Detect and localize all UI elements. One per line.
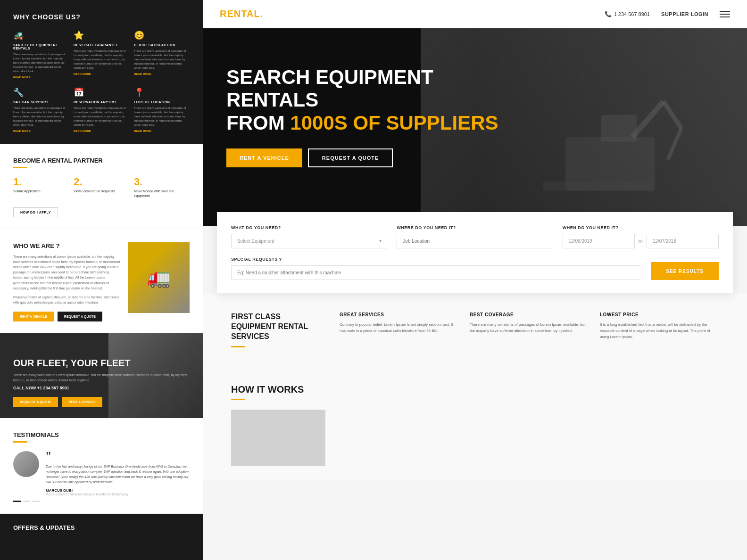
service-col-0: GREAT SERVICES Contrary to popular belie… [340, 312, 458, 356]
feature-title-3: 24/7 CAR SUPPORT [13, 100, 69, 104]
phone-icon: 📞 [605, 11, 612, 17]
testimonial-avatar [13, 451, 39, 477]
how-it-works-image [231, 410, 325, 466]
date-from-input[interactable] [563, 234, 635, 248]
testimonials-title: Testimonials [13, 431, 190, 438]
testimonial-content: " Due to the fast and easy change of our… [13, 451, 190, 496]
who-left: WHO WE ARE ? There are many selections o… [13, 242, 121, 322]
special-requests-label: Special Requests ? [231, 257, 641, 262]
read-more-3[interactable]: READ MORE [13, 130, 69, 132]
quote-mark: " [46, 451, 190, 461]
who-we-are-section: WHO WE ARE ? There are many selections o… [0, 229, 203, 334]
step-3: 3. Make Money With Your Idle Equipment [134, 177, 190, 198]
special-requests-group: Special Requests ? [231, 257, 641, 280]
step-3-num: 3. [134, 177, 190, 187]
service-title-0: GREAT SERVICES [340, 312, 458, 317]
location-icon: 📍 [134, 87, 190, 98]
feature-item-5: 📍 LOTS OF LOCATION There are many variat… [134, 87, 190, 132]
feature-item-2: 😊 CLIENT SATISFACTION There are many var… [134, 30, 190, 79]
hero-section: SEARCH EQUIPMENT RENTALS FROM 1000s OF S… [203, 28, 747, 226]
special-requests-input[interactable] [231, 265, 641, 280]
supplier-login-link[interactable]: Supplier Login [661, 11, 708, 17]
logo: RENTAL. [220, 8, 263, 19]
dot-2 [32, 501, 40, 502]
who-para1: There are many selections of Lorem Ipsum… [13, 254, 121, 291]
search-form: What do you need? Select Equipment Where… [217, 212, 733, 293]
rate-icon: ⭐ [74, 30, 129, 41]
hero-rent-button[interactable]: RENT A VEHICLE [226, 148, 302, 167]
read-more-4[interactable]: READ MORE [74, 130, 129, 132]
services-right: GREAT SERVICES Contrary to popular belie… [340, 312, 719, 356]
service-desc-2: It is a long established fact that a rea… [600, 322, 719, 340]
hero-content: SEARCH EQUIPMENT RENTALS FROM 1000s OF S… [226, 66, 723, 167]
right-panel: RENTAL. 📞 1 234 567 8901 Supplier Login [203, 0, 747, 560]
location-label: Where do you need it? [397, 225, 553, 230]
ham-line-1 [720, 11, 730, 12]
svg-rect-2 [543, 182, 655, 191]
testimonials-divider [13, 441, 27, 443]
who-rent-button[interactable]: RENT A VEHICLE [13, 312, 54, 321]
service-title-2: LOWEST PRICE [600, 312, 719, 317]
offers-section: OFFERS & UPDATES [0, 514, 203, 560]
who-para2: Phasellus mattis at sapien ultriquam, ac… [13, 295, 121, 305]
testimonial-text: " Due to the fast and easy change of our… [46, 451, 190, 496]
hamburger-menu[interactable] [720, 11, 730, 17]
fleet-title: OUR FLEET, YOUR FLEET [13, 357, 190, 369]
services-title: FIRST CLASS EQUIPMENT RENTAL SERVICES [231, 312, 325, 341]
support-icon: 🔧 [13, 87, 69, 98]
see-results-button[interactable]: SEE RESULTS [651, 262, 719, 280]
services-section: FIRST CLASS EQUIPMENT RENTAL SERVICES GR… [203, 293, 747, 370]
how-divider [231, 399, 245, 400]
who-title: WHO WE ARE ? [13, 242, 121, 249]
location-group: Where do you need it? [397, 225, 553, 248]
service-col-2: LOWEST PRICE It is a long established fa… [600, 312, 719, 356]
step-1-num: 1. [13, 177, 69, 187]
read-more-2[interactable]: READ MORE [134, 73, 190, 75]
equipment-icon: 🚜 [13, 30, 69, 41]
truck-illustration: 🚛 [128, 242, 190, 313]
fleet-rent-button[interactable]: RENT A VEHICLE [62, 397, 102, 407]
how-apply-button[interactable]: HOW DO I APPLY [13, 207, 58, 217]
fleet-quote-button[interactable]: REQUEST A QUOTE [13, 397, 58, 407]
hero-quote-button[interactable]: REQUEST A QUOTE [308, 148, 393, 167]
date-to-input[interactable] [647, 234, 719, 248]
hero-headline: SEARCH EQUIPMENT RENTALS FROM 1000s OF S… [226, 66, 509, 134]
nav-right: 📞 1 234 567 8901 Supplier Login [605, 11, 730, 17]
phone-nav: 📞 1 234 567 8901 [605, 11, 650, 17]
date-label: When do you need it? [563, 225, 719, 230]
fleet-phone: CALL NOW +1 234 567 8901 [13, 386, 190, 390]
fleet-buttons: REQUEST A QUOTE RENT A VEHICLE [13, 397, 190, 407]
fleet-section: OUR FLEET, YOUR FLEET There are many var… [0, 333, 203, 418]
feature-item-1: ⭐ BEST RATE GUARANTEE There are many var… [74, 30, 129, 79]
location-input[interactable] [397, 234, 553, 248]
feature-desc-5: There are many variations of passages of… [134, 106, 190, 127]
step-1: 1. Submit Application [13, 177, 69, 198]
rental-partner-section: BECOME A RENTAL PARTNER 1. Submit Applic… [0, 144, 203, 229]
how-it-works-section: HOW IT WORKS [203, 370, 747, 480]
service-desc-0: Contrary to popular belief, Lorem Ipsum … [340, 322, 458, 334]
testimonial-quote: Due to the fast and easy change of our S… [46, 464, 190, 485]
feature-desc-4: There are many variations of passages of… [74, 106, 129, 127]
read-more-5[interactable]: READ MORE [134, 130, 190, 132]
hero-buttons: RENT A VEHICLE REQUEST A QUOTE [226, 148, 723, 167]
feature-title-5: LOTS OF LOCATION [134, 100, 190, 104]
read-more-0[interactable]: READ MORE [13, 76, 69, 79]
feature-item-0: 🚜 VARIETY OF EQUIPMENT RENTALS There are… [13, 30, 69, 79]
feature-item-4: 📅 RESERVATION ANYTIME There are many var… [74, 87, 129, 132]
why-choose-title: WHY CHOOSE US? [13, 13, 190, 21]
gold-divider [13, 167, 27, 168]
reservation-icon: 📅 [74, 87, 129, 98]
phone-number: 1 234 567 8901 [614, 11, 650, 17]
who-quote-button[interactable]: REQUEST A QUOTE [58, 312, 102, 321]
logo-dot: . [260, 8, 264, 19]
ham-line-3 [720, 16, 730, 17]
read-more-1[interactable]: READ MORE [74, 73, 129, 75]
feature-desc-3: There are many variations of passages of… [13, 106, 69, 127]
satisfaction-icon: 😊 [134, 30, 190, 41]
feature-title-4: RESERVATION ANYTIME [74, 100, 129, 104]
testimonial-name: MARCUS DUBI [46, 488, 190, 493]
fleet-desc: There are many variations of Lorem Ipsum… [13, 372, 190, 383]
who-image: 🚛 [128, 242, 190, 313]
equipment-select[interactable]: Select Equipment [231, 234, 387, 248]
form-row-1: What do you need? Select Equipment Where… [231, 225, 719, 248]
